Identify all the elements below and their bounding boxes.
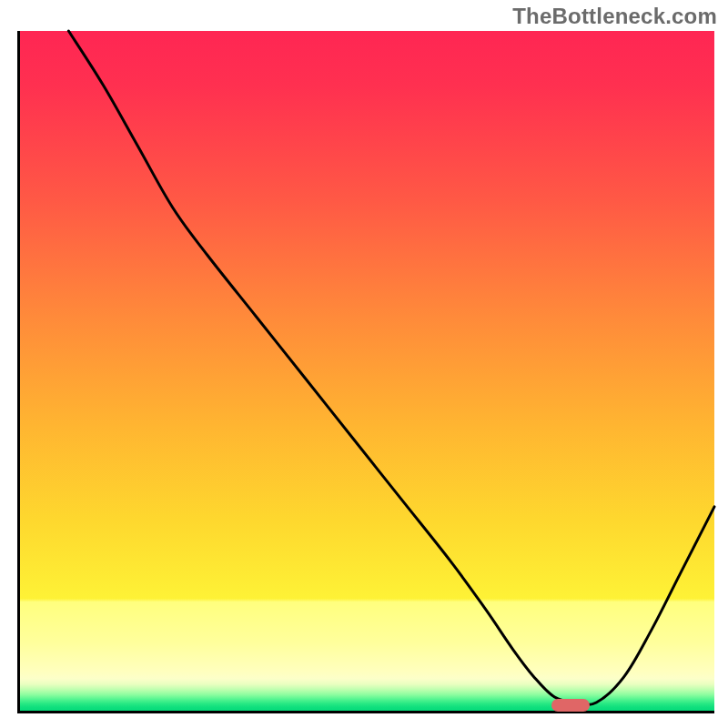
chart-canvas: TheBottleneck.com: [0, 0, 728, 728]
optimal-marker: [551, 699, 590, 712]
plot-frame: [17, 31, 714, 713]
curve-layer: [20, 31, 714, 711]
bottleneck-curve: [68, 31, 714, 705]
watermark-text: TheBottleneck.com: [512, 4, 717, 29]
